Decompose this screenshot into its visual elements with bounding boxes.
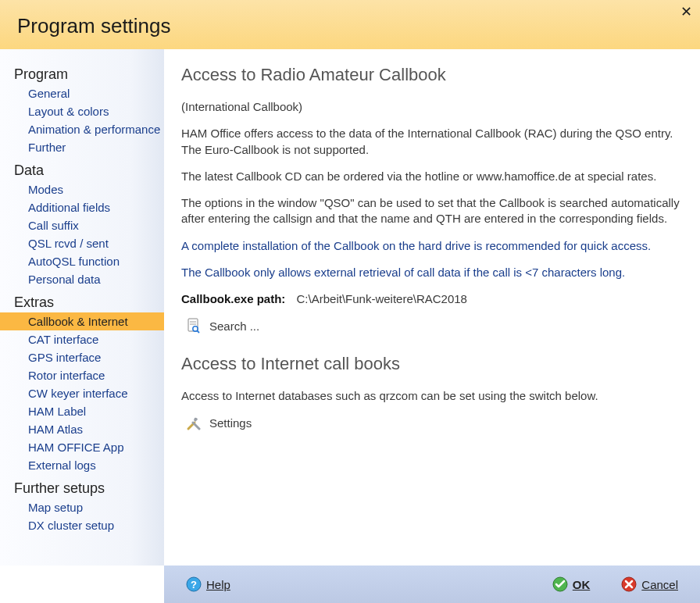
cancel-button[interactable]: Cancel: [621, 576, 678, 592]
help-label: Help: [206, 578, 230, 591]
section1-note1: A complete installation of the Callbook …: [181, 238, 683, 254]
help-button[interactable]: ? Help: [186, 576, 230, 592]
svg-rect-1: [190, 321, 196, 322]
section2-title: Access to Internet call books: [181, 354, 683, 374]
svg-rect-3: [190, 324, 196, 325]
settings-window: ✕ Program settings Program General Layou…: [0, 0, 700, 603]
cancel-label: Cancel: [641, 578, 678, 591]
svg-line-5: [197, 331, 199, 334]
tools-icon: [186, 416, 202, 431]
ok-icon: [552, 576, 568, 592]
settings-label: Settings: [209, 416, 252, 430]
close-icon[interactable]: ✕: [680, 3, 692, 20]
section1-p3: The options in the window "QSO" can be u…: [181, 195, 683, 227]
sidebar-item-callbook[interactable]: Callbook & Internet: [0, 312, 164, 330]
sidebar-group-data: Data: [0, 156, 164, 180]
section1-p2: The latest Callbook CD can be ordered vi…: [181, 169, 683, 184]
callbook-path-value: C:\Arbeit\Funk-weitere\RAC2018: [297, 292, 467, 305]
sidebar-item-addfields[interactable]: Additional fields: [0, 198, 164, 216]
sidebar-group-program: Program: [0, 60, 164, 84]
search-button[interactable]: Search ...: [186, 318, 683, 334]
sidebar-item-cat[interactable]: CAT interface: [0, 330, 164, 348]
search-file-icon: [186, 318, 202, 334]
sidebar-group-extras: Extras: [0, 288, 164, 312]
sidebar-item-qsl[interactable]: QSL rcvd / sent: [0, 234, 164, 252]
sidebar-item-dxcluster[interactable]: DX cluster setup: [0, 516, 164, 534]
section1-p1: HAM Office offers access to the data of …: [181, 126, 683, 158]
ok-button[interactable]: OK: [552, 576, 591, 592]
sidebar-item-callsuffix[interactable]: Call suffix: [0, 216, 164, 234]
sidebar-item-personal[interactable]: Personal data: [0, 270, 164, 288]
search-label: Search ...: [209, 319, 259, 333]
sidebar-item-modes[interactable]: Modes: [0, 180, 164, 198]
help-icon: ?: [186, 576, 202, 592]
window-title: Program settings: [17, 14, 688, 38]
section1-note2: The Callbook only allows external retrie…: [181, 265, 683, 280]
cancel-icon: [621, 576, 637, 592]
sidebar-item-mapsetup[interactable]: Map setup: [0, 498, 164, 516]
callbook-path-label: Callbook.exe path:: [181, 292, 285, 305]
sidebar-item-extlogs[interactable]: External logs: [0, 456, 164, 474]
sidebar-item-further[interactable]: Further: [0, 138, 164, 156]
sidebar-item-rotor[interactable]: Rotor interface: [0, 366, 164, 384]
section1-title: Access to Radio Amateur Callbook: [181, 65, 683, 85]
sidebar-item-hamatlas[interactable]: HAM Atlas: [0, 420, 164, 438]
body: Program General Layout & colors Animatio…: [0, 49, 700, 566]
footer-bar: ? Help OK Cancel: [164, 566, 700, 603]
header-bar: Program settings: [0, 0, 700, 49]
sidebar-item-layout[interactable]: Layout & colors: [0, 102, 164, 120]
sidebar: Program General Layout & colors Animatio…: [0, 49, 164, 566]
section2-p1: Access to Internet databases such as qrz…: [181, 388, 683, 404]
content-panel: Access to Radio Amateur Callbook (Intern…: [164, 49, 700, 566]
sidebar-item-hamoffice[interactable]: HAM OFFICE App: [0, 438, 164, 456]
svg-rect-2: [190, 323, 196, 323]
sidebar-item-hamlabel[interactable]: HAM Label: [0, 402, 164, 420]
callbook-path-line: Callbook.exe path: C:\Arbeit\Funk-weiter…: [181, 291, 683, 307]
sidebar-item-cwkeyer[interactable]: CW keyer interface: [0, 384, 164, 402]
section1-subtitle: (International Callbook): [181, 99, 683, 115]
sidebar-group-further: Further setups: [0, 474, 164, 498]
sidebar-item-animation[interactable]: Animation & performance: [0, 120, 164, 138]
sidebar-item-gps[interactable]: GPS interface: [0, 348, 164, 366]
sidebar-item-general[interactable]: General: [0, 84, 164, 102]
ok-label: OK: [573, 578, 591, 591]
svg-text:?: ?: [191, 579, 197, 591]
sidebar-item-autoqsl[interactable]: AutoQSL function: [0, 252, 164, 270]
settings-button[interactable]: Settings: [186, 416, 683, 431]
